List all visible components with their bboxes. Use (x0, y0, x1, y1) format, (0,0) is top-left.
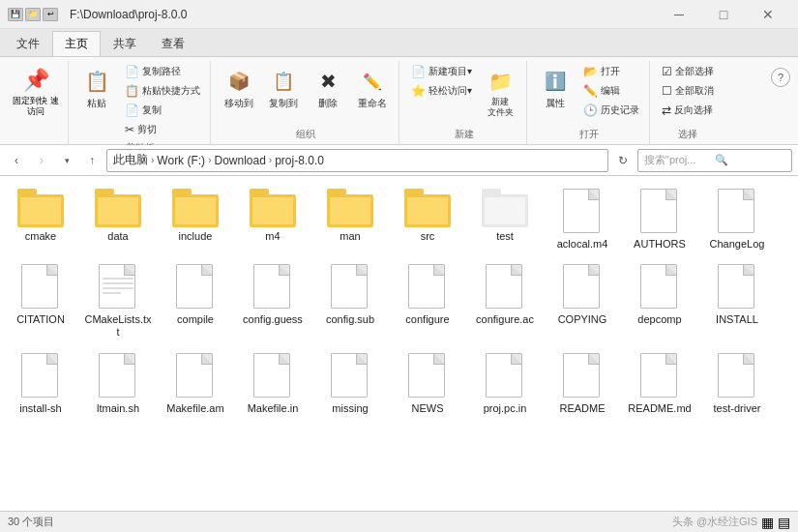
select-none-label: 全部取消 (675, 84, 714, 98)
copy-button[interactable]: 📄 复制 (121, 102, 204, 119)
file-item[interactable]: COPYING (546, 259, 619, 343)
refresh-button[interactable]: ↻ (612, 150, 634, 171)
file-item[interactable]: INSTALL (700, 259, 774, 343)
properties-button[interactable]: ℹ️ 属性 (535, 63, 576, 113)
ribbon-group-clipboard: 📋 粘贴 📄 复制路径 📋 粘 (71, 61, 211, 144)
file-item[interactable]: Makefile.in (236, 348, 310, 420)
delete-icon: ✖ (312, 66, 343, 97)
file-item[interactable]: include (159, 184, 232, 255)
undo-icon[interactable]: ↩ (43, 8, 58, 21)
tab-share[interactable]: 共享 (101, 31, 149, 56)
file-item[interactable]: README (546, 348, 619, 420)
folder-icon (250, 189, 296, 227)
tab-file[interactable]: 文件 (4, 31, 52, 56)
search-placeholder: 搜索"proj... (644, 153, 715, 167)
file-item[interactable]: proj.pc.in (468, 348, 542, 420)
file-item[interactable]: missing (313, 348, 387, 420)
move-to-button[interactable]: 📦 移动到 (219, 63, 259, 113)
maximize-button[interactable]: □ (701, 0, 746, 29)
copy-path-button[interactable]: 📄 复制路径 (121, 63, 204, 80)
address-sep-1: › (151, 155, 154, 165)
history-icon: 🕒 (583, 103, 598, 117)
address-bar[interactable]: 此电脑 › Work (F:) › Download › proj-8.0.0 (106, 149, 608, 172)
file-item[interactable]: Makefile.am (159, 348, 232, 420)
list-view-button[interactable]: ▤ (778, 515, 790, 530)
select-none-button[interactable]: ☐ 全部取消 (658, 82, 718, 100)
file-name: src (421, 230, 435, 243)
select-group-label: 选择 (658, 125, 718, 144)
rename-button[interactable]: ✏️ 重命名 (352, 63, 393, 113)
file-item[interactable]: install-sh (4, 348, 77, 420)
history-button[interactable]: 🕒 历史记录 (579, 102, 643, 119)
search-bar[interactable]: 搜索"proj... 🔍 (637, 149, 792, 172)
new-item-icon: 📄 (411, 65, 426, 78)
file-icon (21, 264, 60, 310)
file-item[interactable]: CMakeLists.txt (81, 259, 155, 343)
copy-to-label: 复制到 (269, 97, 298, 110)
file-name: m4 (265, 230, 280, 243)
edit-row: ✏️ 编辑 (583, 84, 620, 98)
edit-button[interactable]: ✏️ 编辑 (579, 82, 643, 100)
paste-shortcut-button[interactable]: 📋 粘贴快捷方式 (121, 82, 204, 100)
new-folder-button[interactable]: 📁 新建文件夹 (480, 63, 520, 121)
file-icon (176, 264, 215, 310)
file-item[interactable]: ltmain.sh (81, 348, 155, 420)
file-item[interactable]: src (391, 184, 464, 255)
file-item[interactable]: cmake (4, 184, 77, 255)
status-right: 头条 @水经注GIS ▦ ▤ (672, 515, 790, 530)
cut-row: ✂ 剪切 (125, 123, 157, 136)
up-button[interactable]: ↑ (81, 150, 103, 171)
file-name: aclocal.m4 (557, 238, 608, 251)
tab-view[interactable]: 查看 (149, 31, 197, 56)
file-item[interactable]: AUTHORS (623, 184, 696, 255)
file-name: depcomp (637, 313, 681, 326)
pin-to-quickaccess-button[interactable]: 📌 固定到快 速访问 (10, 63, 62, 119)
file-item[interactable]: test-driver (700, 348, 774, 420)
file-item[interactable]: configure.ac (468, 259, 542, 343)
invert-row: ⇄ 反向选择 (662, 103, 713, 117)
file-item[interactable]: NEWS (391, 348, 464, 420)
tab-home[interactable]: 主页 (52, 31, 101, 56)
file-item[interactable]: config.guess (236, 259, 310, 343)
file-name: include (179, 230, 213, 243)
cut-button[interactable]: ✂ 剪切 (121, 121, 204, 138)
file-item[interactable]: man (313, 184, 387, 255)
paste-button[interactable]: 📋 粘贴 (76, 63, 117, 113)
copy-path-row: 📄 复制路径 (125, 65, 181, 78)
select-all-button[interactable]: ☑ 全部选择 (658, 63, 718, 80)
file-name: README (559, 402, 605, 415)
copy-icon: 📄 (125, 103, 139, 117)
file-item[interactable]: config.sub (313, 259, 387, 343)
file-item[interactable]: CITATION (4, 259, 77, 343)
file-item[interactable]: data (81, 184, 155, 255)
file-item[interactable]: ChangeLog (700, 184, 774, 255)
file-name: missing (332, 402, 368, 415)
recent-locations-button[interactable]: ▾ (56, 150, 77, 171)
organize-group-label: 组织 (219, 125, 393, 144)
new-item-button[interactable]: 📄 新建项目▾ (407, 63, 476, 80)
close-button[interactable]: ✕ (746, 0, 790, 29)
icon-view-button[interactable]: ▦ (761, 515, 774, 530)
open-button[interactable]: 📂 打开 (579, 63, 643, 80)
ribbon-group-open: ℹ️ 属性 📂 打开 ✏️ 编辑 (529, 61, 650, 144)
minimize-button[interactable]: ─ (657, 0, 701, 29)
file-item[interactable]: aclocal.m4 (546, 184, 619, 255)
file-icon (176, 353, 215, 399)
ribbon-group-organize: 📦 移动到 📋 复制到 ✖ 删除 ✏️ 重命名 (213, 61, 399, 144)
back-button[interactable]: ‹ (6, 150, 27, 171)
file-item[interactable]: README.md (623, 348, 696, 420)
easy-access-button[interactable]: ⭐ 轻松访问▾ (407, 82, 476, 100)
file-item[interactable]: configure (391, 259, 464, 343)
delete-button[interactable]: ✖ 删除 (308, 63, 348, 113)
invert-selection-button[interactable]: ⇄ 反向选择 (658, 102, 718, 119)
paste-icon: 📋 (81, 66, 112, 97)
file-item[interactable]: test (468, 184, 542, 255)
help-button[interactable]: ? (771, 68, 790, 87)
invert-icon: ⇄ (662, 103, 671, 117)
item-count: 30 个项目 (8, 515, 54, 529)
file-item[interactable]: depcomp (623, 259, 696, 343)
copy-to-button[interactable]: 📋 复制到 (263, 63, 304, 113)
file-icon (718, 353, 756, 399)
file-item[interactable]: m4 (236, 184, 310, 255)
file-item[interactable]: compile (159, 259, 232, 343)
